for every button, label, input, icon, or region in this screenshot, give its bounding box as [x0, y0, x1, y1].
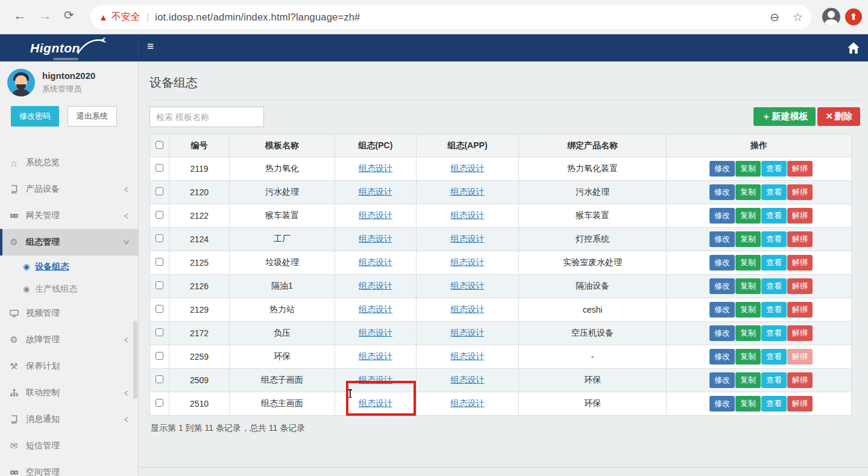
config-pc-link[interactable]: 组态设计 — [359, 210, 392, 220]
search-input[interactable] — [149, 107, 264, 127]
config-app-link[interactable]: 组态设计 — [451, 398, 485, 408]
edit-button[interactable]: 修改 — [709, 278, 735, 294]
brand-logo[interactable]: Hignton — [0, 34, 139, 61]
logout-button[interactable]: 退出系统 — [68, 106, 117, 127]
config-pc-link[interactable]: 组态设计 — [359, 304, 392, 314]
view-button[interactable]: 查看 — [761, 396, 787, 412]
view-button[interactable]: 查看 — [761, 231, 787, 247]
config-pc-link[interactable]: 组态设计 — [359, 398, 392, 408]
unbind-button[interactable]: 解绑 — [787, 184, 813, 200]
row-checkbox[interactable] — [156, 281, 163, 289]
unbind-button[interactable]: 解绑 — [787, 278, 813, 294]
home-icon[interactable] — [846, 41, 861, 55]
config-pc-link[interactable]: 组态设计 — [359, 328, 392, 337]
edit-button[interactable]: 修改 — [709, 325, 735, 341]
copy-button[interactable]: 复制 — [735, 184, 761, 200]
view-button[interactable]: 查看 — [761, 278, 787, 294]
row-checkbox[interactable] — [156, 234, 163, 242]
view-button[interactable]: 查看 — [761, 184, 787, 200]
view-button[interactable]: 查看 — [761, 161, 787, 177]
edit-button[interactable]: 修改 — [709, 184, 735, 200]
row-checkbox[interactable] — [156, 258, 163, 266]
col-header-actions[interactable]: 操作 — [667, 134, 852, 157]
sidebar-item-系统总览[interactable]: ⌂系统总览 — [0, 149, 138, 176]
col-header-id[interactable]: 编号 — [169, 134, 230, 157]
config-pc-link[interactable]: 组态设计 — [359, 281, 392, 290]
edit-button[interactable]: 修改 — [709, 396, 735, 412]
copy-button[interactable]: 复制 — [735, 349, 761, 365]
config-pc-link[interactable]: 组态设计 — [359, 257, 392, 267]
browser-forward-icon[interactable]: → — [39, 8, 52, 23]
browser-reload-icon[interactable]: ⟳ — [64, 8, 74, 22]
unbind-button[interactable]: 解绑 — [787, 372, 813, 388]
sidebar-item-视频管理[interactable]: 视频管理 — [0, 300, 138, 327]
col-header-pc[interactable]: 组态(PC) — [335, 134, 417, 157]
config-app-link[interactable]: 组态设计 — [451, 187, 485, 196]
copy-button[interactable]: 复制 — [735, 231, 761, 247]
unbind-button[interactable]: 解绑 — [787, 231, 813, 247]
delete-button[interactable]: ✕删除 — [817, 107, 860, 126]
config-pc-link[interactable]: 组态设计 — [359, 351, 392, 361]
edit-button[interactable]: 修改 — [709, 208, 735, 224]
view-button[interactable]: 查看 — [761, 372, 787, 388]
config-app-link[interactable]: 组态设计 — [451, 210, 485, 220]
config-app-link[interactable]: 组态设计 — [451, 234, 485, 243]
zoom-out-icon[interactable]: ⊖ — [770, 10, 779, 24]
config-app-link[interactable]: 组态设计 — [451, 257, 485, 267]
config-app-link[interactable]: 组态设计 — [451, 163, 485, 173]
row-checkbox[interactable] — [156, 399, 163, 407]
browser-back-icon[interactable]: ← — [13, 8, 27, 23]
config-app-link[interactable]: 组态设计 — [451, 281, 485, 290]
user-avatar[interactable] — [7, 69, 35, 96]
config-pc-link[interactable]: 组态设计 — [359, 163, 392, 173]
sidebar-subitem-设备组态[interactable]: ◉设备组态 — [0, 255, 138, 278]
security-warning-label[interactable]: 不安全 — [112, 11, 140, 23]
view-button[interactable]: 查看 — [761, 325, 787, 341]
config-app-link[interactable]: 组态设计 — [451, 375, 485, 384]
edit-button[interactable]: 修改 — [709, 372, 735, 388]
unbind-button[interactable]: 解绑 — [787, 396, 813, 412]
col-header-app[interactable]: 组态(APP) — [417, 134, 519, 157]
unbind-button[interactable]: 解绑 — [787, 325, 813, 341]
config-pc-link[interactable]: 组态设计 — [359, 234, 392, 243]
change-password-button[interactable]: 修改密码 — [11, 106, 59, 127]
edit-button[interactable]: 修改 — [709, 161, 735, 177]
view-button[interactable]: 查看 — [761, 349, 787, 365]
copy-button[interactable]: 复制 — [735, 255, 761, 271]
row-checkbox[interactable] — [156, 328, 163, 336]
unbind-button[interactable]: 解绑 — [787, 349, 813, 365]
sidebar-item-产品设备[interactable]: 产品设备< — [0, 176, 138, 202]
url-text[interactable]: iot.idosp.net/admin/index.html?language=… — [155, 11, 360, 23]
config-pc-link[interactable]: 组态设计 — [359, 375, 392, 384]
sidebar-subitem-生产线组态[interactable]: ◉生产线组态 — [0, 278, 138, 300]
copy-button[interactable]: 复制 — [735, 372, 761, 388]
sidebar-item-消息通知[interactable]: 消息通知< — [0, 406, 138, 433]
row-checkbox[interactable] — [156, 352, 163, 360]
sidebar-item-组态管理[interactable]: ⚙组态管理< — [0, 229, 138, 255]
sidebar-item-保养计划[interactable]: ⚒保养计划 — [0, 353, 138, 380]
view-button[interactable]: 查看 — [761, 302, 787, 318]
row-checkbox[interactable] — [156, 211, 163, 219]
row-checkbox[interactable] — [156, 305, 163, 313]
copy-button[interactable]: 复制 — [735, 396, 761, 412]
sidebar-toggle-icon[interactable]: ≡ — [147, 40, 154, 53]
sidebar-scrollbar[interactable] — [133, 321, 137, 399]
sidebar-item-故障管理[interactable]: ⚙故障管理< — [0, 327, 138, 353]
select-all-checkbox[interactable] — [156, 141, 163, 149]
view-button[interactable]: 查看 — [761, 255, 787, 271]
copy-button[interactable]: 复制 — [735, 161, 761, 177]
copy-button[interactable]: 复制 — [735, 325, 761, 341]
copy-button[interactable]: 复制 — [735, 302, 761, 318]
unbind-button[interactable]: 解绑 — [787, 208, 813, 224]
config-app-link[interactable]: 组态设计 — [451, 351, 485, 361]
unbind-button[interactable]: 解绑 — [787, 255, 813, 271]
sidebar-item-网关管理[interactable]: 网关管理< — [0, 202, 138, 229]
config-pc-link[interactable]: 组态设计 — [359, 187, 392, 196]
unbind-button[interactable]: 解绑 — [787, 161, 813, 177]
sidebar-item-短信管理[interactable]: ✉短信管理 — [0, 433, 138, 459]
browser-profile-avatar[interactable] — [822, 8, 840, 26]
address-bar[interactable]: ▲ 不安全 | iot.idosp.net/admin/index.html?l… — [90, 5, 811, 29]
security-warning-icon[interactable]: ▲ — [99, 12, 108, 22]
config-app-link[interactable]: 组态设计 — [451, 328, 485, 337]
sidebar-item-空间管理[interactable]: 空间管理 — [0, 459, 138, 476]
